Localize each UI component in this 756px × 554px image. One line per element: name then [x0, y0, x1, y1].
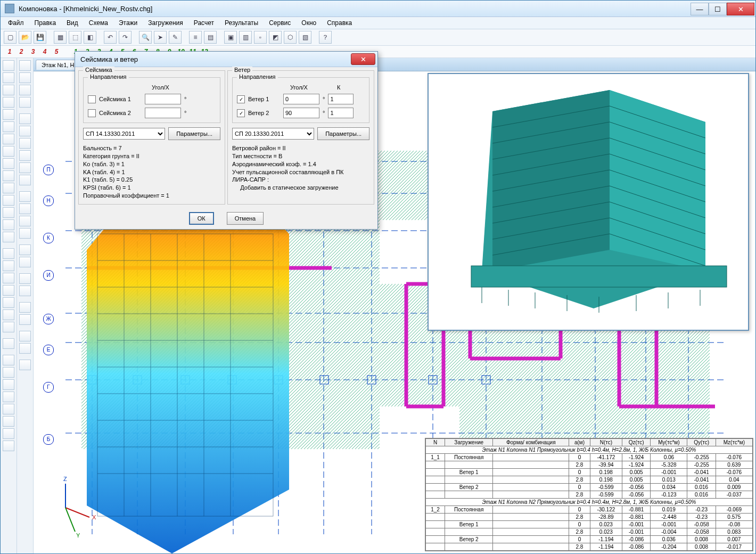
- toolbar-result-icon[interactable]: ▧: [299, 31, 311, 44]
- tool-icon[interactable]: [3, 85, 14, 95]
- menu-service[interactable]: Сервис: [265, 18, 295, 28]
- tool-icon[interactable]: [3, 207, 14, 218]
- toolbar-redo-icon[interactable]: ↷: [119, 31, 132, 44]
- tool-icon[interactable]: [3, 158, 14, 169]
- tool-line-icon[interactable]: [19, 113, 31, 124]
- toolbar-selectall-icon[interactable]: ▣: [224, 31, 237, 44]
- seismic1-checkbox[interactable]: [88, 95, 96, 103]
- wind-code-select[interactable]: СП 20.13330.2011: [232, 128, 314, 140]
- toolbar-save-icon[interactable]: 💾: [34, 31, 46, 44]
- seismic2-angle-input[interactable]: [145, 108, 181, 118]
- menu-window[interactable]: Окно: [297, 18, 321, 28]
- wind2-checkbox[interactable]: ✓: [237, 109, 245, 117]
- seismic-code-select[interactable]: СП 14.13330.2011: [83, 128, 165, 140]
- tool-cursor2-icon[interactable]: [19, 273, 31, 284]
- window-maximize-button[interactable]: ☐: [709, 3, 727, 15]
- tool-icon[interactable]: [3, 195, 14, 206]
- menu-help[interactable]: Справка: [323, 18, 356, 28]
- tool-cursor-icon[interactable]: [19, 60, 31, 71]
- toolbar-layer-icon[interactable]: ◧: [84, 31, 96, 44]
- tool-icon[interactable]: [3, 404, 14, 414]
- toolbar-lira-icon[interactable]: ⬡: [284, 31, 297, 44]
- 3d-view-panel[interactable]: [428, 73, 749, 331]
- tool-copy-icon[interactable]: [19, 257, 31, 267]
- tool-icon[interactable]: [3, 183, 14, 193]
- seismic1-angle-input[interactable]: [145, 94, 181, 104]
- tool-grid-icon[interactable]: [19, 150, 31, 161]
- toolbar-open-icon[interactable]: 📂: [19, 31, 31, 44]
- menu-calc[interactable]: Расчет: [190, 18, 218, 28]
- tool-icon[interactable]: [3, 338, 14, 349]
- toolbar-grid-icon[interactable]: ▦: [54, 31, 67, 44]
- tool-icon[interactable]: [3, 232, 14, 242]
- wind2-k-input[interactable]: [328, 108, 354, 118]
- tool-icon[interactable]: [3, 134, 14, 144]
- tool-icon[interactable]: [3, 392, 14, 402]
- wind1-checkbox[interactable]: ✓: [237, 95, 245, 103]
- tool-icon[interactable]: [3, 379, 14, 390]
- toolbar-undo-icon[interactable]: ↶: [104, 31, 117, 44]
- results-table[interactable]: N Загружение Форма/ комбинация a(м) N(тс…: [425, 438, 753, 551]
- tool-select-icon[interactable]: [19, 85, 31, 95]
- toolbar-box-icon[interactable]: ▥: [239, 31, 252, 44]
- tool-icon[interactable]: [3, 428, 14, 439]
- wind1-angle-input[interactable]: [283, 94, 319, 104]
- tool-icon[interactable]: [3, 248, 14, 259]
- toolbar-clear-icon[interactable]: ▫: [254, 31, 267, 44]
- wind-params-button[interactable]: Параметры...: [317, 127, 369, 140]
- tool-conc-icon[interactable]: [19, 228, 31, 239]
- tool-snap-icon[interactable]: [19, 302, 31, 313]
- toolbar-floors-icon[interactable]: ≡: [189, 31, 202, 44]
- tool-rect2-icon[interactable]: [19, 138, 31, 149]
- tool-icon[interactable]: [3, 355, 14, 365]
- tool-label-a-icon[interactable]: [19, 331, 31, 341]
- tool-load-icon[interactable]: [19, 216, 31, 226]
- menu-floors[interactable]: Этажи: [114, 18, 142, 28]
- tool-icon[interactable]: [3, 121, 14, 132]
- wind2-angle-input[interactable]: [283, 108, 319, 118]
- ruler-red-5[interactable]: 5: [51, 48, 62, 55]
- tool-label-aa-icon[interactable]: [19, 343, 31, 354]
- menu-scheme[interactable]: Схема: [85, 18, 112, 28]
- tool-marker-icon[interactable]: [19, 191, 31, 202]
- ruler-red-4[interactable]: 4: [39, 48, 51, 55]
- window-minimize-button[interactable]: —: [691, 3, 709, 15]
- ruler-red-2[interactable]: 2: [15, 48, 27, 55]
- tool-cut-icon[interactable]: [19, 245, 31, 255]
- wind1-k-input[interactable]: [328, 94, 354, 104]
- toolbar-grid2-icon[interactable]: ▤: [204, 31, 217, 44]
- tool-icon[interactable]: [3, 309, 14, 320]
- tool-icon[interactable]: [3, 60, 14, 71]
- dialog-close-button[interactable]: ✕: [351, 53, 375, 65]
- tool-icon[interactable]: [3, 109, 14, 120]
- tool-icon[interactable]: [3, 146, 14, 157]
- toolbar-new-icon[interactable]: ▢: [4, 31, 17, 44]
- tool-icon[interactable]: [3, 273, 14, 283]
- tool-icon[interactable]: [3, 297, 14, 308]
- dialog-cancel-button[interactable]: Отмена: [227, 212, 264, 225]
- menu-results[interactable]: Результаты: [220, 18, 262, 28]
- tool-hatch-icon[interactable]: [19, 162, 31, 173]
- seismic-params-button[interactable]: Параметры...: [168, 127, 220, 140]
- tool-icon[interactable]: [3, 441, 14, 451]
- tool-icon[interactable]: [3, 72, 14, 83]
- menu-edit[interactable]: Правка: [30, 18, 61, 28]
- tool-filter-icon[interactable]: [19, 72, 31, 83]
- tool-icon[interactable]: [3, 97, 14, 108]
- tool-icon[interactable]: [3, 170, 14, 181]
- tool-icon[interactable]: [3, 322, 14, 332]
- ruler-red-1[interactable]: 1: [4, 48, 15, 55]
- tool-box-icon[interactable]: [19, 286, 31, 296]
- menu-loads[interactable]: Загружения: [144, 18, 187, 28]
- toolbar-help-icon[interactable]: ？: [319, 31, 332, 44]
- tool-rect-icon[interactable]: [19, 126, 31, 136]
- toolbar-pointer-icon[interactable]: ➤: [154, 31, 167, 44]
- tool-snap2-icon[interactable]: [19, 314, 31, 325]
- dialog-ok-button[interactable]: ОК: [189, 212, 214, 225]
- tool-arrow-icon[interactable]: [19, 203, 31, 214]
- toolbar-zoomin-icon[interactable]: 🔍: [139, 31, 152, 44]
- menu-view[interactable]: Вид: [62, 18, 83, 28]
- tool-icon[interactable]: [3, 367, 14, 378]
- tool-icon[interactable]: [3, 260, 14, 271]
- toolbar-zoomsel-icon[interactable]: ⬚: [69, 31, 81, 44]
